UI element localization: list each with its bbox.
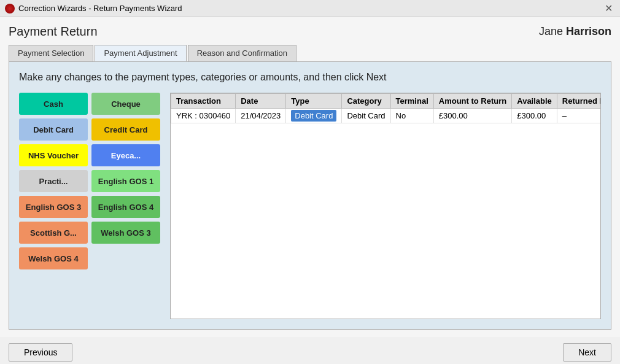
- btn-row-4: Practi... English GOS 1: [19, 170, 160, 192]
- btn-row-7: Welsh GOS 4: [19, 247, 160, 269]
- table-header: Transaction Date Type Category Terminal …: [171, 94, 602, 109]
- english-gos-3-button[interactable]: English GOS 3: [19, 196, 88, 218]
- user-last-name: Harrison: [566, 25, 611, 37]
- content-area: Cash Cheque Debit Card Credit Card NHS V…: [19, 93, 601, 319]
- close-button[interactable]: ✕: [602, 2, 615, 14]
- col-returned-previously: Returned Previously: [557, 94, 601, 109]
- col-type: Type: [286, 94, 342, 109]
- footer-bar: Previous Next: [0, 337, 620, 364]
- page-title: Payment Return: [9, 25, 98, 39]
- btn-row-3: NHS Voucher Eyeca...: [19, 144, 160, 166]
- btn-row-2: Debit Card Credit Card: [19, 118, 160, 141]
- type-badge: Debit Card: [291, 110, 336, 122]
- cell-amount-to-return: £300.00: [433, 109, 511, 123]
- cash-button[interactable]: Cash: [19, 93, 88, 115]
- payment-buttons-panel: Cash Cheque Debit Card Credit Card NHS V…: [19, 93, 160, 319]
- cell-transaction: YRK : 0300460: [171, 109, 236, 123]
- cell-type: Debit Card: [286, 109, 342, 123]
- header-row: Payment Return Jane Harrison: [9, 25, 611, 39]
- cell-category: Debit Card: [342, 109, 390, 123]
- user-first-name: Jane: [539, 25, 563, 37]
- next-button[interactable]: Next: [563, 343, 611, 362]
- table-row[interactable]: YRK : 0300460 21/04/2023 Debit Card Debi…: [171, 109, 602, 123]
- cheque-button[interactable]: Cheque: [91, 93, 160, 115]
- app-icon: [5, 4, 15, 14]
- eyeca-button[interactable]: Eyeca...: [91, 144, 160, 166]
- col-amount-to-return: Amount to Return: [433, 94, 511, 109]
- cell-available: £300.00: [512, 109, 557, 123]
- english-gos-4-button[interactable]: English GOS 4: [91, 196, 160, 218]
- practi-button[interactable]: Practi...: [19, 170, 88, 192]
- instruction-text: Make any changes to the payment types, c…: [19, 72, 601, 83]
- welsh-gos-3-button[interactable]: Welsh GOS 3: [91, 222, 160, 244]
- main-content: Make any changes to the payment types, c…: [9, 61, 611, 330]
- previous-button[interactable]: Previous: [9, 343, 72, 362]
- tab-payment-adjustment[interactable]: Payment Adjustment: [95, 45, 186, 61]
- cell-returned-previously: –: [557, 109, 601, 123]
- transaction-table-container: Transaction Date Type Category Terminal …: [170, 93, 601, 319]
- cell-terminal: No: [390, 109, 433, 123]
- welsh-gos-4-button[interactable]: Welsh GOS 4: [19, 247, 88, 269]
- title-bar: Correction Wizards - Return Payments Wiz…: [0, 0, 620, 17]
- col-available: Available: [512, 94, 557, 109]
- col-terminal: Terminal: [390, 94, 433, 109]
- credit-card-button[interactable]: Credit Card: [91, 118, 160, 141]
- tab-bar: Payment Selection Payment Adjustment Rea…: [9, 45, 611, 61]
- tab-payment-selection[interactable]: Payment Selection: [9, 45, 93, 61]
- debit-card-button[interactable]: Debit Card: [19, 118, 88, 141]
- cell-date: 21/04/2023: [236, 109, 286, 123]
- transaction-table: Transaction Date Type Category Terminal …: [171, 93, 601, 123]
- nhs-voucher-button[interactable]: NHS Voucher: [19, 144, 88, 166]
- btn-row-6: Scottish G... Welsh GOS 3: [19, 222, 160, 244]
- title-bar-left: Correction Wizards - Return Payments Wiz…: [5, 4, 182, 14]
- english-gos-1-button[interactable]: English GOS 1: [91, 170, 160, 192]
- tab-reason-confirmation[interactable]: Reason and Confirmation: [188, 45, 296, 61]
- window-title: Correction Wizards - Return Payments Wiz…: [18, 4, 182, 13]
- user-name: Jane Harrison: [539, 25, 611, 38]
- col-date: Date: [236, 94, 286, 109]
- col-category: Category: [342, 94, 390, 109]
- scottish-g-button[interactable]: Scottish G...: [19, 222, 88, 244]
- window-body: Payment Return Jane Harrison Payment Sel…: [0, 17, 620, 337]
- col-transaction: Transaction: [171, 94, 236, 109]
- btn-row-1: Cash Cheque: [19, 93, 160, 115]
- btn-row-5: English GOS 3 English GOS 4: [19, 196, 160, 218]
- table-body: YRK : 0300460 21/04/2023 Debit Card Debi…: [171, 109, 602, 123]
